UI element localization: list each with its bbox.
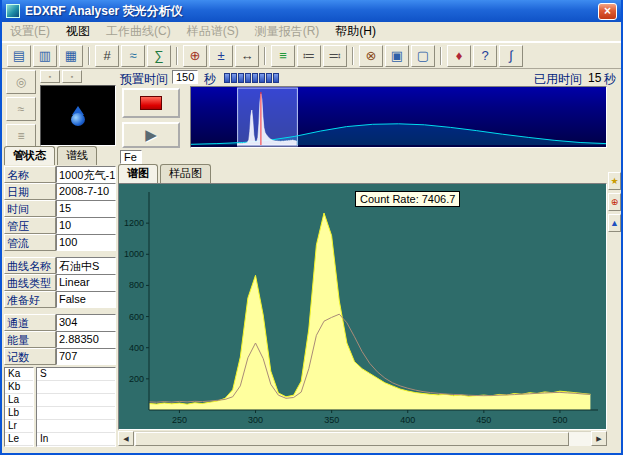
tools-button[interactable]: ⊗	[359, 45, 383, 67]
condition-list-button[interactable]: ≔	[297, 45, 321, 67]
start-button[interactable]: ▶	[122, 122, 180, 148]
menu-item-2[interactable]: 视图	[58, 21, 98, 42]
chart-scrollbar[interactable]: ◀ ▶	[118, 431, 607, 446]
aux-button-1[interactable]: ▪	[40, 70, 60, 83]
info-value: 15	[56, 200, 116, 217]
main-tab-2[interactable]: 样品图	[160, 164, 211, 183]
filter-control-button[interactable]: ≈	[6, 97, 36, 121]
sum-icon: ∑	[154, 49, 163, 62]
line-cell[interactable]: Kb	[5, 381, 33, 394]
menu-item-3[interactable]: 工作曲线(C)	[98, 21, 179, 42]
info-row: 名称1000充气-1	[4, 166, 116, 183]
context-help-icon: ?	[481, 49, 488, 62]
window-title: EDXRF Analyser 荧光分析仪	[25, 3, 183, 20]
windows-grid-button[interactable]: ▦	[59, 45, 83, 67]
preset-time-label: 预置时间	[120, 71, 168, 88]
svg-text:250: 250	[172, 415, 187, 425]
report-page-button[interactable]: ▢	[411, 45, 435, 67]
result-list-button[interactable]: ≕	[323, 45, 347, 67]
auto-scale-button[interactable]: ★	[608, 172, 621, 190]
result-list-icon: ≕	[329, 49, 342, 62]
svg-text:400: 400	[129, 343, 144, 353]
toolbar-separator	[264, 47, 266, 65]
print-button[interactable]: ▣	[385, 45, 409, 67]
sum-button[interactable]: ∑	[147, 45, 171, 67]
report-page-icon: ▢	[417, 49, 429, 62]
line-cell[interactable]: Lb	[5, 407, 33, 420]
line-cell[interactable]: Lr	[5, 420, 33, 433]
windows-tile-button[interactable]: ▥	[33, 45, 57, 67]
scrollbar-track[interactable]	[134, 431, 591, 446]
scrollbar-thumb[interactable]	[135, 432, 569, 446]
grid-fit-button[interactable]: #	[95, 45, 119, 67]
menu-item-6[interactable]: 帮助(H)	[327, 21, 384, 42]
peak-search-button[interactable]: ⊕	[183, 45, 207, 67]
element-cell[interactable]	[37, 420, 115, 433]
element-list[interactable]: SIn	[36, 367, 116, 447]
line-list[interactable]: KaKbLaLbLrLe	[4, 367, 34, 447]
info-label: 名称	[4, 166, 56, 183]
expand-range-button[interactable]: ↔	[235, 45, 259, 67]
info-label: 能量	[4, 331, 56, 348]
auto-scale-icon: ★	[610, 176, 618, 186]
spectrum-preview[interactable]	[190, 86, 607, 148]
toolbar-separator	[88, 47, 90, 65]
info-row: 能量2.88350	[4, 331, 116, 348]
info-label: 准备好	[4, 291, 56, 308]
element-cell[interactable]	[37, 394, 115, 407]
info-value: 304	[56, 314, 116, 331]
svg-text:600: 600	[129, 312, 144, 322]
statistics-button[interactable]: ∫	[499, 45, 523, 67]
line-cell[interactable]: La	[5, 394, 33, 407]
info-value: False	[56, 291, 116, 308]
element-cell[interactable]: S	[37, 368, 115, 381]
app-window: EDXRF Analyser 荧光分析仪 × 设置(E)视图工作曲线(C)样品谱…	[0, 0, 623, 455]
progress-segment	[238, 73, 244, 83]
peak-id-icon: ▲	[610, 218, 619, 228]
menu-item-1[interactable]: 设置(E)	[2, 21, 58, 42]
close-button[interactable]: ×	[598, 3, 617, 20]
toolbar-separator	[352, 47, 354, 65]
info-value: 1000充气-1	[56, 166, 116, 183]
export-button[interactable]: ♦	[447, 45, 471, 67]
stop-button[interactable]	[122, 88, 180, 118]
left-tab-1[interactable]: 管状态	[4, 146, 55, 165]
windows-overlay-button[interactable]: ▤	[7, 45, 31, 67]
stop-icon	[140, 96, 162, 110]
element-cell[interactable]: In	[37, 433, 115, 446]
main-tab-1[interactable]: 谱图	[118, 164, 158, 183]
toolbar-separator	[176, 47, 178, 65]
roi-button[interactable]: ±	[209, 45, 233, 67]
aux-button-2[interactable]: ▪	[62, 70, 82, 83]
shutter-control-button[interactable]: ≡	[6, 124, 36, 148]
scroll-left-button[interactable]: ◀	[118, 431, 134, 446]
title-bar[interactable]: EDXRF Analyser 荧光分析仪 ×	[2, 0, 621, 22]
menu-item-4[interactable]: 样品谱(S)	[179, 21, 247, 42]
context-help-button[interactable]: ?	[473, 45, 497, 67]
detector-meter-button[interactable]: ≡	[271, 45, 295, 67]
toolbar-separator	[440, 47, 442, 65]
info-row: 通道304	[4, 314, 116, 331]
peak-id-button[interactable]: ▲	[608, 214, 621, 232]
line-cell[interactable]: Ka	[5, 368, 33, 381]
info-value: Linear	[56, 274, 116, 291]
hv-control-button[interactable]: ◎	[6, 70, 36, 94]
info-label: 日期	[4, 183, 56, 200]
info-label: 记数	[4, 348, 56, 365]
preset-time-value[interactable]: 150	[172, 70, 198, 84]
svg-text:1000: 1000	[124, 249, 144, 259]
element-cell[interactable]	[37, 407, 115, 420]
element-cell[interactable]	[37, 381, 115, 394]
main-tabs: 谱图样品图	[118, 166, 213, 183]
scroll-right-button[interactable]: ▶	[591, 431, 607, 446]
svg-text:450: 450	[476, 415, 491, 425]
menu-item-5[interactable]: 测量报告(R)	[247, 21, 328, 42]
left-tab-2[interactable]: 谱线	[57, 146, 97, 165]
condition-list-icon: ≔	[303, 49, 316, 62]
marker-button[interactable]: ⊕	[608, 193, 621, 211]
line-cell[interactable]: Le	[5, 433, 33, 446]
smooth-button[interactable]: ≈	[121, 45, 145, 67]
peak-search-icon: ⊕	[190, 49, 201, 62]
spectrum-plot[interactable]: Count Rate: 7406.7 200400600800100012002…	[118, 183, 607, 430]
info-label: 通道	[4, 314, 56, 331]
